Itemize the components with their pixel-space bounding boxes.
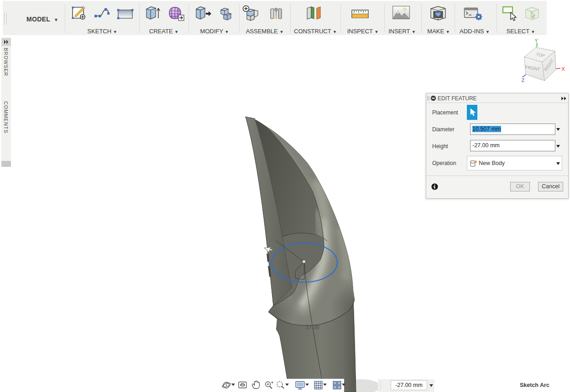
- svg-text:X: X: [561, 66, 565, 72]
- svg-text:Z: Z: [521, 77, 524, 83]
- svg-text:27.00: 27.00: [306, 324, 319, 330]
- svg-text:Y: Y: [534, 38, 538, 43]
